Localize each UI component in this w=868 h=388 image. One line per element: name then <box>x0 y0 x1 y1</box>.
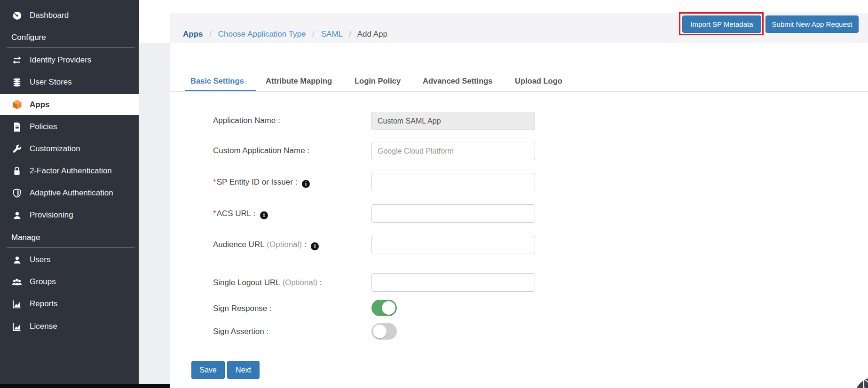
application-name-input[interactable] <box>371 112 535 130</box>
sidebar-item-label: Identity Providers <box>30 55 91 65</box>
audience-url-label: Audience URL (Optional) : i <box>213 240 319 250</box>
tab-login-policy[interactable]: Login Policy <box>355 77 401 91</box>
breadcrumb-separator: / <box>312 30 315 39</box>
custom-application-name-input[interactable] <box>371 142 535 160</box>
sidebar-item-label: Users <box>30 255 50 264</box>
database-icon <box>11 78 23 87</box>
sidebar-item-label: Reports <box>30 299 58 309</box>
gauge-icon <box>11 11 23 21</box>
sidebar-item-label: Customization <box>30 144 80 154</box>
info-icon[interactable]: i <box>302 180 310 188</box>
sidebar-item-identity-providers[interactable]: Identity Providers <box>0 52 139 68</box>
custom-application-name-label: Custom Application Name : <box>213 146 309 155</box>
swap-arrows-icon <box>11 55 23 65</box>
import-sp-metadata-button[interactable]: Import SP Metadata <box>682 16 761 33</box>
chart-icon <box>11 300 23 309</box>
submit-new-app-request-button[interactable]: Submit New App Request <box>765 16 859 33</box>
sidebar-item-policies[interactable]: Policies <box>0 119 139 135</box>
sidebar-item-user-stores[interactable]: User Stores <box>0 74 139 90</box>
tab-upload-logo[interactable]: Upload Logo <box>515 77 562 91</box>
breadcrumb-add-app: Add App <box>357 30 387 39</box>
sidebar-item-apps[interactable]: Apps <box>0 94 139 115</box>
sidebar-item-label: Policies <box>30 122 57 132</box>
users-icon <box>11 278 23 287</box>
toggle-knob <box>382 301 395 315</box>
application-name-label: Application Name : <box>213 116 280 125</box>
sidebar-item-label: Dashboard <box>30 11 69 20</box>
sidebar-item-groups[interactable]: Groups <box>0 274 139 290</box>
single-logout-url-input[interactable] <box>371 273 535 292</box>
lock-icon <box>11 166 23 176</box>
sidebar-item-license[interactable]: License <box>0 318 139 334</box>
single-logout-url-label: Single Logout URL (Optional) : <box>213 278 322 287</box>
wrench-icon <box>11 144 23 154</box>
sign-response-label: Sign Response : <box>213 304 272 313</box>
audience-url-input[interactable] <box>371 236 535 254</box>
bottom-edge-bar <box>0 384 170 388</box>
breadcrumb: Apps / Choose Application Type / SAML / … <box>183 30 387 39</box>
envelope-icon <box>863 377 868 388</box>
sign-assertion-toggle[interactable] <box>371 323 397 340</box>
breadcrumb-separator: / <box>349 30 351 39</box>
chart-icon <box>11 322 23 331</box>
tab-bottom-border <box>170 91 868 92</box>
sidebar-divider <box>7 47 134 47</box>
sidebar-item-reports[interactable]: Reports <box>0 296 139 312</box>
acs-url-input[interactable] <box>371 204 535 223</box>
sidebar-item-label: Groups <box>30 277 56 287</box>
breadcrumb-apps[interactable]: Apps <box>183 30 203 39</box>
next-button[interactable]: Next <box>227 361 260 379</box>
acs-url-label: *ACS URL : i <box>213 209 268 219</box>
sign-response-toggle[interactable] <box>371 300 397 316</box>
tab-advanced-settings[interactable]: Advanced Settings <box>423 77 493 91</box>
cube-icon <box>11 99 23 110</box>
sidebar-item-dashboard[interactable]: Dashboard <box>0 8 139 23</box>
sidebar-item-users[interactable]: Users <box>0 252 139 268</box>
document-icon <box>11 122 23 132</box>
content-gutter <box>139 43 170 388</box>
info-icon[interactable]: i <box>311 242 319 250</box>
sign-assertion-label: Sign Assertion : <box>213 327 268 336</box>
admin-console-page: Dashboard Configure Identity Providers U… <box>0 0 868 388</box>
sidebar-item-adaptive-authentication[interactable]: Adaptive Authentication <box>0 185 139 201</box>
sidebar-item-label: 2-Factor Authentication <box>30 166 112 176</box>
shield-icon <box>11 188 23 198</box>
sidebar-item-label: License <box>30 322 57 331</box>
sp-entity-id-label: *SP Entity ID or Issuer : i <box>213 178 310 188</box>
sidebar-item-label: User Stores <box>30 78 72 87</box>
sidebar: Dashboard Configure Identity Providers U… <box>0 0 139 388</box>
breadcrumb-choose-application-type[interactable]: Choose Application Type <box>218 30 306 39</box>
sidebar-section-configure: Configure <box>11 33 46 42</box>
sidebar-item-2-factor-authentication[interactable]: 2-Factor Authentication <box>0 163 139 179</box>
sidebar-item-label: Adaptive Authentication <box>30 188 113 198</box>
sidebar-item-label: Provisioning <box>30 210 73 220</box>
toggle-knob <box>373 325 387 338</box>
chat-widget-button[interactable] <box>852 374 868 388</box>
sidebar-section-manage: Manage <box>11 233 40 242</box>
sidebar-item-label: Apps <box>30 100 50 109</box>
info-icon[interactable]: i <box>260 211 268 219</box>
save-button[interactable]: Save <box>191 361 225 379</box>
tab-basic-settings[interactable]: Basic Settings <box>190 77 244 91</box>
user-icon <box>11 256 23 264</box>
sidebar-divider <box>7 248 134 248</box>
sidebar-item-provisioning[interactable]: Provisioning <box>0 207 139 223</box>
sidebar-item-customization[interactable]: Customization <box>0 141 139 157</box>
tab-attribute-mapping[interactable]: Attribute Mapping <box>266 77 332 91</box>
breadcrumb-separator: / <box>209 30 212 39</box>
sp-entity-id-input[interactable] <box>371 173 535 191</box>
breadcrumb-saml[interactable]: SAML <box>321 30 343 39</box>
user-icon <box>11 211 23 220</box>
